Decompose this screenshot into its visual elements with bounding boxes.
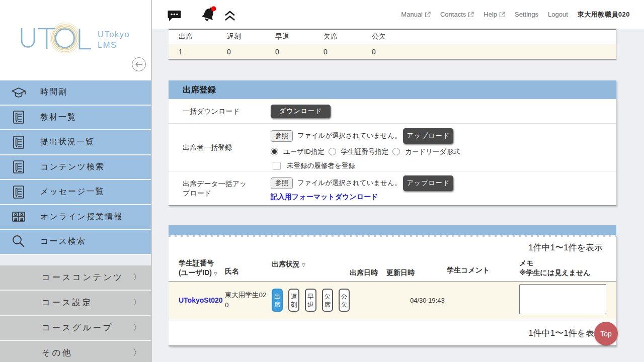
download-button[interactable]: ダウンロード: [271, 105, 331, 118]
sort-icon: ▽: [302, 262, 305, 267]
summary-values-row: 1 0 0 0 0: [169, 44, 616, 59]
help-link[interactable]: Help: [484, 11, 505, 18]
username[interactable]: 東大用教職員020: [578, 10, 630, 19]
clipboard-icon: [10, 184, 27, 201]
status-late-button[interactable]: 遅刻: [288, 289, 299, 312]
utol-logo: UTokyo LMS: [18, 20, 136, 58]
student-row: UTokyoSt020 東大用学生020 出席 遅刻 早退 欠席 公欠 04/3…: [169, 282, 616, 319]
contacts-link[interactable]: Contacts: [440, 11, 474, 18]
summary-header: 早退: [275, 32, 324, 41]
main-area: Manual Contacts Help Settings Logout 東大用…: [152, 0, 644, 362]
topbar: Manual Contacts Help Settings Logout 東大用…: [152, 0, 644, 29]
sidebar-item-label: メッセージ一覧: [40, 187, 105, 197]
status-present-button[interactable]: 出席: [272, 289, 283, 312]
sidebar-item-online-class-info[interactable]: オンライン授業情報: [0, 205, 151, 230]
graduation-cap-icon: [10, 84, 27, 101]
clipboard-icon: [10, 134, 27, 151]
checkbox-label: 未登録の履修者を登録: [287, 161, 355, 170]
sidebar-item-label: 教材一覧: [40, 112, 76, 123]
summary-value: 0: [275, 48, 324, 56]
sidebar-item-course-contents[interactable]: コースコンテンツ 〉: [0, 265, 151, 291]
notifications-bell-icon[interactable]: [199, 6, 217, 26]
sidebar-item-label: コースグループ: [42, 322, 113, 333]
sidebar-item-messages[interactable]: メッセージ一覧: [0, 180, 151, 205]
sidebar-collapse-button[interactable]: [132, 57, 146, 71]
table-header-strip: [169, 225, 616, 235]
sidebar-item-course-group[interactable]: コースグループ 〉: [0, 316, 151, 341]
sidebar-item-submission-status[interactable]: 提出状況一覧: [0, 130, 151, 155]
bulk-register-row: 出席者一括登録 参照 ファイルが選択されていません。 アップロード ユーザID指…: [169, 124, 616, 171]
student-id-link[interactable]: UTokyoSt020: [179, 296, 225, 304]
back-arrow-icon: [135, 61, 143, 67]
column-header-name: 氏名: [225, 253, 272, 281]
sidebar-item-timetable[interactable]: 時間割: [0, 80, 151, 106]
chevron-right-icon: 〉: [133, 348, 141, 357]
status-buttons: 出席 遅刻 早退 欠席 公欠: [272, 289, 350, 312]
scroll-to-top-button[interactable]: Top: [594, 322, 618, 345]
logo-subtitle-2: LMS: [98, 40, 117, 49]
bulk-download-row: 一括ダウンロード ダウンロード: [169, 99, 616, 124]
upload-button[interactable]: アップロード: [403, 128, 453, 144]
updated-at-cell: 04/30 19:43: [386, 297, 447, 304]
sidebar-item-label: 時間割: [40, 87, 67, 98]
student-table-header: 学生証番号 (ユーザID) ▽ 氏名 出席状況 ▽ 出席日時 更新日時 学生コメ…: [169, 253, 616, 282]
people-grid-icon: [10, 208, 27, 225]
clipboard-icon: [10, 158, 27, 175]
radio-student-number[interactable]: [329, 148, 336, 155]
summary-value: 0: [324, 48, 372, 56]
summary-value: 0: [372, 48, 420, 56]
sidebar-item-content-search[interactable]: コンテンツ検索: [0, 155, 151, 180]
settings-link[interactable]: Settings: [515, 11, 538, 18]
summary-value: 1: [179, 48, 227, 56]
radio-user-id[interactable]: [271, 148, 278, 155]
chevron-right-icon: 〉: [133, 298, 141, 307]
row-label: 一括ダウンロード: [169, 99, 271, 123]
messages-icon[interactable]: [168, 9, 181, 24]
sidebar: UTokyo LMS 時間割 教材一覧: [0, 0, 151, 362]
status-excused-button[interactable]: 公欠: [339, 289, 350, 312]
external-link-icon: [425, 12, 431, 18]
sidebar-item-label: コース検索: [40, 236, 86, 247]
sidebar-item-label: 提出状況一覧: [40, 137, 95, 147]
status-absent-button[interactable]: 欠席: [322, 289, 333, 312]
radio-card-reader[interactable]: [392, 148, 400, 155]
sidebar-section-gap: [0, 255, 151, 265]
column-header-updated-at: 更新日時: [386, 253, 447, 281]
student-attendance-table: 1件中1〜1件を表示 学生証番号 (ユーザID) ▽ 氏名 出席状況 ▽ 出席日…: [169, 225, 616, 346]
section-title: 出席登録: [169, 80, 616, 99]
status-early-leave-button[interactable]: 早退: [305, 289, 316, 312]
sidebar-menu: 時間割 教材一覧 提出状況一覧 コンテンツ検索: [0, 80, 151, 255]
sidebar-item-others[interactable]: その他 〉: [0, 341, 151, 362]
result-count-top: 1件中1〜1件を表示: [169, 235, 616, 253]
summary-header: 公欠: [372, 32, 420, 41]
memo-textarea[interactable]: [519, 284, 606, 314]
attendance-summary-table: 出席 遅刻 早退 欠席 公欠 1 0 0 0 0: [169, 29, 616, 60]
summary-value: 0: [227, 48, 275, 56]
sidebar-item-label: コース設定: [42, 297, 93, 308]
collapse-topbar-icon[interactable]: [224, 10, 236, 24]
format-download-link[interactable]: 記入用フォーマットダウンロード: [271, 193, 378, 202]
browse-button[interactable]: 参照: [271, 177, 293, 189]
column-header-comment: 学生コメント: [447, 253, 519, 281]
radio-label: 学生証番号指定: [341, 147, 389, 156]
register-unregistered-checkbox[interactable]: [273, 162, 281, 170]
logo-subtitle-1: UTokyo: [98, 30, 130, 39]
sidebar-item-course-settings[interactable]: コース設定 〉: [0, 291, 151, 316]
browse-button[interactable]: 参照: [271, 130, 293, 142]
sidebar-item-materials[interactable]: 教材一覧: [0, 106, 151, 131]
column-header-attended-at: 出席日時: [350, 253, 386, 281]
student-name: 東大用学生020: [225, 290, 268, 310]
column-header-student-id[interactable]: 学生証番号 (ユーザID) ▽: [179, 253, 225, 281]
column-header-status[interactable]: 出席状況 ▽: [272, 253, 350, 281]
no-file-text: ファイルが選択されていません。: [297, 131, 401, 140]
manual-link[interactable]: Manual: [401, 11, 431, 18]
upload-button[interactable]: アップロード: [403, 175, 453, 191]
summary-header: 遅刻: [227, 32, 275, 41]
no-file-text: ファイルが選択されていません。: [297, 178, 401, 188]
clipboard-icon: [10, 109, 27, 126]
row-label: 出席データ一括アップロード: [169, 171, 271, 205]
sidebar-item-label: コンテンツ検索: [40, 162, 105, 172]
logout-link[interactable]: Logout: [548, 11, 568, 18]
sidebar-item-course-search[interactable]: コース検索: [0, 230, 151, 255]
page: UTokyo LMS 時間割 教材一覧: [0, 0, 644, 362]
